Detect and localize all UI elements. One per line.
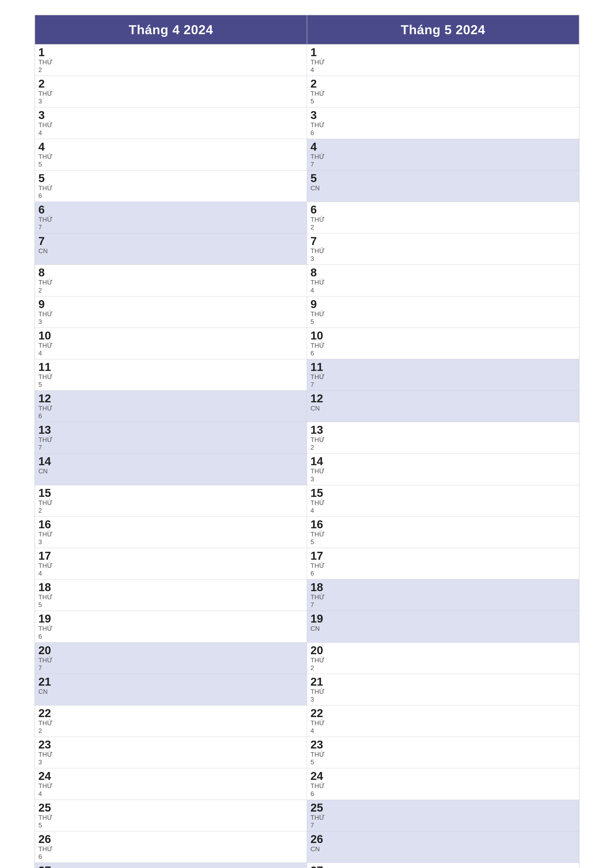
day-sub: 7 [38, 664, 303, 672]
day-row: 24THỨ4 [35, 768, 307, 800]
day-sub: 7 [311, 381, 576, 389]
day-sub: 4 [38, 349, 303, 357]
day-label: THỨ [311, 216, 576, 223]
day-row: 9THỨ5 [307, 296, 579, 328]
day-number: 9 [38, 298, 303, 310]
day-row: 13THỨ7 [35, 422, 307, 453]
day-row: 22THỨ4 [307, 705, 579, 736]
day-label: THỨ [38, 153, 303, 161]
day-sub: 2 [38, 287, 303, 294]
day-sub: 6 [38, 192, 303, 200]
day-row: 26CN [307, 831, 579, 863]
day-number: 15 [38, 487, 303, 499]
day-label: THỨ [38, 782, 303, 790]
day-label: THỨ [38, 814, 303, 822]
day-label: THỨ [311, 373, 576, 381]
day-row: 21CN [35, 674, 307, 705]
day-label: CN [311, 184, 576, 192]
day-row: 17THỨ6 [307, 548, 579, 579]
day-sub: 5 [38, 381, 303, 389]
day-label: THỨ [38, 436, 303, 444]
day-sub: 4 [311, 287, 576, 294]
day-row: 3THỨ6 [307, 107, 579, 139]
day-label: THỨ [311, 814, 576, 822]
day-sub: 7 [311, 822, 576, 829]
day-label: THỨ [311, 342, 576, 349]
day-label: CN [38, 467, 303, 475]
day-row: 6THỨ7 [35, 202, 307, 233]
day-sub: 6 [311, 129, 576, 137]
day-label: THỨ [311, 594, 576, 601]
day-number: 20 [38, 645, 303, 656]
day-row: 18THỨ7 [307, 579, 579, 611]
day-row: 14CN [35, 453, 307, 485]
day-sub: 6 [311, 790, 576, 798]
day-label: THỨ [311, 562, 576, 570]
day-label: THỨ [38, 373, 303, 381]
day-number: 24 [311, 770, 576, 782]
day-number: 27 [311, 865, 576, 868]
day-row: 4THỨ7 [307, 139, 579, 170]
day-sub: 2 [38, 66, 303, 74]
day-number: 10 [38, 330, 303, 341]
day-label: THỨ [38, 405, 303, 412]
day-sub: 7 [38, 444, 303, 451]
day-number: 13 [311, 424, 576, 436]
day-number: 7 [38, 235, 303, 247]
day-label: THỨ [311, 656, 576, 664]
day-sub: 5 [38, 161, 303, 168]
day-sub: 3 [311, 696, 576, 703]
day-row: 26THỨ6 [35, 831, 307, 863]
day-label: THỨ [38, 625, 303, 632]
day-row: 13THỨ2 [307, 422, 579, 453]
day-number: 25 [311, 802, 576, 813]
day-number: 9 [311, 298, 576, 310]
calendar-container: Tháng 4 2024Tháng 5 20241THỨ21THỨ42THỨ32… [35, 15, 579, 868]
day-row: 9THỨ3 [35, 296, 307, 328]
day-sub: 5 [311, 758, 576, 766]
day-sub: 3 [38, 318, 303, 326]
day-label: THỨ [38, 719, 303, 727]
day-row: 20THỨ7 [35, 642, 307, 674]
day-label: CN [38, 688, 303, 696]
day-number: 21 [38, 676, 303, 687]
day-sub: 7 [311, 161, 576, 168]
day-row: 7THỨ3 [307, 233, 579, 265]
day-row: 15THỨ2 [35, 485, 307, 516]
day-number: 22 [311, 707, 576, 719]
day-sub: 3 [311, 475, 576, 483]
day-number: 11 [311, 361, 576, 373]
day-number: 25 [38, 802, 303, 813]
day-row: 4THỨ5 [35, 139, 307, 170]
day-number: 4 [38, 141, 303, 152]
day-sub: 6 [38, 633, 303, 640]
day-row: 1THỨ2 [35, 44, 307, 76]
day-row: 18THỨ5 [35, 579, 307, 611]
day-number: 26 [38, 833, 303, 845]
day-number: 2 [311, 78, 576, 89]
day-label: THỨ [38, 751, 303, 758]
day-number: 7 [311, 235, 576, 247]
day-number: 6 [311, 204, 576, 215]
day-label: THỨ [311, 247, 576, 255]
day-row: 25THỨ5 [35, 800, 307, 831]
day-label: THỨ [311, 751, 576, 758]
day-sub: 4 [311, 66, 576, 74]
day-number: 19 [311, 613, 576, 624]
day-label: CN [311, 625, 576, 632]
day-number: 13 [38, 424, 303, 436]
day-label: THỨ [311, 782, 576, 790]
day-label: THỨ [38, 279, 303, 286]
day-number: 10 [311, 330, 576, 341]
day-sub: 4 [311, 507, 576, 515]
day-number: 12 [311, 393, 576, 404]
day-number: 23 [38, 739, 303, 750]
day-number: 20 [311, 645, 576, 656]
day-number: 21 [311, 676, 576, 687]
day-label: THỨ [38, 656, 303, 664]
day-label: THỨ [38, 562, 303, 570]
day-row: 21THỨ3 [307, 674, 579, 705]
month-header-may: Tháng 5 2024 [307, 15, 579, 44]
day-number: 15 [311, 487, 576, 499]
calendar-grid: Tháng 4 2024Tháng 5 20241THỨ21THỨ42THỨ32… [35, 15, 579, 868]
